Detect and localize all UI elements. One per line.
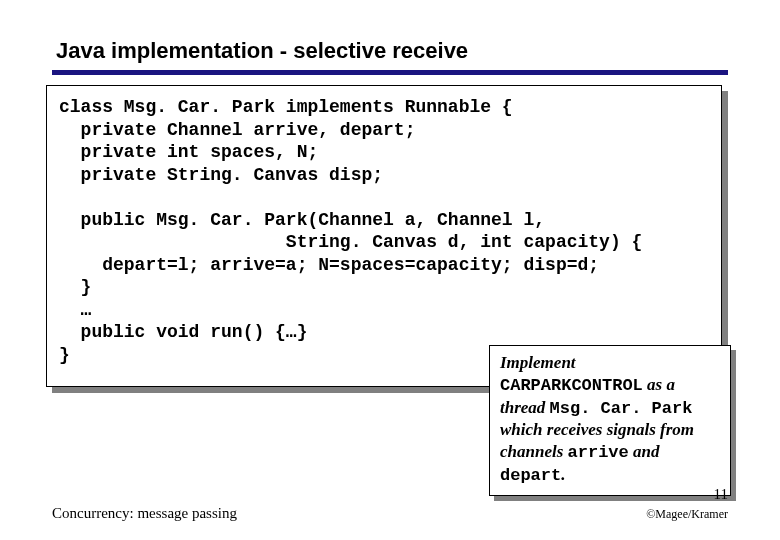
code-line: }: [59, 345, 70, 365]
annot-text: CARPARKCONTROL: [500, 376, 643, 395]
code-line: private int spaces, N;: [59, 142, 318, 162]
slide-title: Java implementation - selective receive: [56, 38, 728, 64]
annot-text: Msg. Car. Park: [550, 399, 693, 418]
page-number: 11: [646, 486, 728, 503]
code-line: …: [59, 300, 91, 320]
code-line: private Channel arrive, depart;: [59, 120, 415, 140]
code-line: private String. Canvas disp;: [59, 165, 383, 185]
annot-text: and: [633, 442, 659, 461]
copyright: ©Magee/Kramer: [646, 507, 728, 522]
footer-left: Concurrency: message passing: [52, 505, 237, 522]
code-line: class Msg. Car. Park implements Runnable…: [59, 97, 513, 117]
code-line: String. Canvas d, int capacity) {: [59, 232, 642, 252]
annotation-box: Implement CARPARKCONTROL as a thread Msg…: [489, 345, 731, 496]
code-block: class Msg. Car. Park implements Runnable…: [46, 85, 722, 387]
code-line: depart=l; arrive=a; N=spaces=capacity; d…: [59, 255, 599, 275]
footer: Concurrency: message passing 11 ©Magee/K…: [52, 486, 728, 522]
annotation-shadow: Implement CARPARKCONTROL as a thread Msg…: [494, 350, 736, 501]
code-line: public Msg. Car. Park(Channel a, Channel…: [59, 210, 545, 230]
code-line: public void run() {…}: [59, 322, 307, 342]
code-line: }: [59, 277, 91, 297]
title-rule: [52, 70, 728, 75]
annot-text: arrive: [568, 443, 629, 462]
annot-text: depart: [500, 466, 561, 485]
annot-text: Implement: [500, 353, 576, 372]
